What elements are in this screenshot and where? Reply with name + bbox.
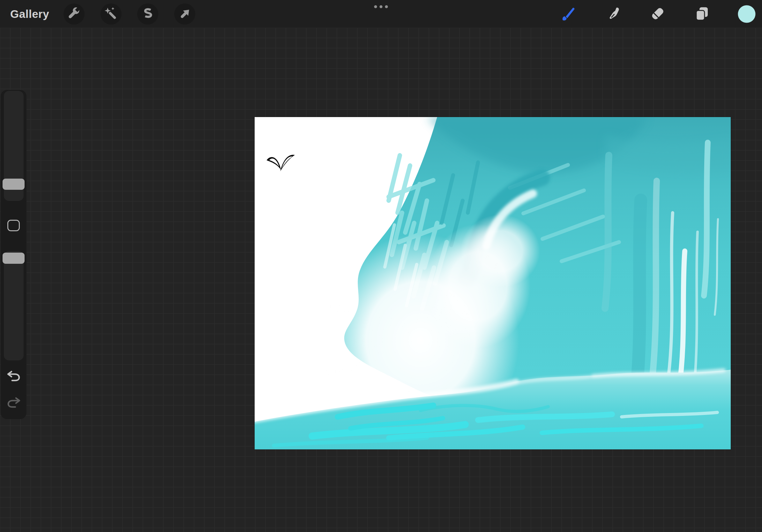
top-toolbar: Gallery: [0, 0, 762, 28]
artwork-canvas[interactable]: [255, 117, 731, 449]
undo-icon: [6, 370, 21, 382]
selection-button[interactable]: [137, 4, 158, 25]
color-swatch: [738, 5, 756, 23]
eraser-icon: [649, 5, 666, 23]
transform-arrow-icon: [178, 7, 192, 21]
actions-wrench-icon: [67, 7, 81, 21]
selection-s-icon: [140, 7, 155, 21]
adjustments-wand-icon: [104, 7, 118, 21]
wave-painting: [255, 117, 731, 449]
modify-button[interactable]: [7, 220, 20, 231]
brush-tool-button[interactable]: [559, 5, 577, 23]
redo-button[interactable]: [6, 397, 21, 408]
layers-icon: [693, 5, 711, 23]
gallery-button[interactable]: Gallery: [10, 0, 49, 28]
procreate-screen: Gallery: [0, 0, 762, 532]
color-button[interactable]: [738, 5, 756, 23]
transform-button[interactable]: [174, 4, 195, 25]
layers-button[interactable]: [693, 5, 711, 23]
redo-icon: [6, 397, 21, 408]
paint-brush-icon: [560, 5, 577, 23]
adjustments-button[interactable]: [101, 4, 121, 25]
smudge-tool-button[interactable]: [604, 5, 622, 23]
eraser-tool-button[interactable]: [648, 5, 666, 23]
undo-button[interactable]: [6, 370, 21, 382]
smudge-finger-icon: [604, 5, 622, 23]
opacity-slider[interactable]: [4, 251, 24, 361]
brush-size-slider-handle[interactable]: [3, 179, 25, 190]
canvas-options-button[interactable]: [368, 0, 394, 16]
workspace-background: [0, 28, 762, 532]
opacity-slider-handle[interactable]: [3, 253, 25, 264]
sidebar-tool-panel: [1, 90, 27, 419]
ellipsis-icon: [371, 4, 391, 9]
actions-button[interactable]: [63, 4, 85, 25]
